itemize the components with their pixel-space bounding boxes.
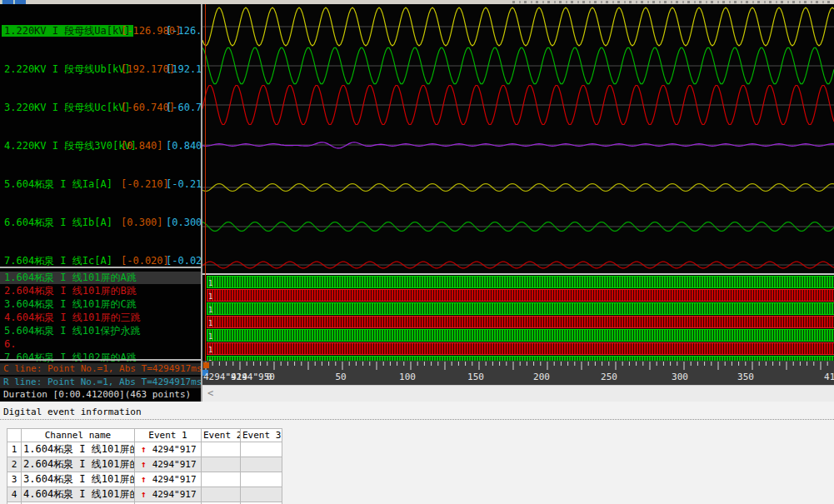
event-2-cell (202, 442, 241, 457)
analog-channel-row[interactable]: 3.220KV I 段母线Uc[kV][-60.740][-60.740] (0, 102, 201, 113)
digital-event-table: Channel name Event 1 Event 2 Event 3 11.… (7, 428, 282, 504)
rising-edge-arrow-icon: ↑ (141, 459, 147, 470)
axis-ms-label: 50 (335, 372, 346, 382)
digital-event-panel: Digital event information Channel name E… (0, 402, 834, 504)
rising-edge-arrow-icon: ↑ (141, 444, 147, 455)
analog-channel-row[interactable]: 5.604柘泉 I 线Ia[A][-0.210][-0.210] (0, 178, 201, 190)
event-row-index: 4 (7, 487, 22, 502)
waveform-canvas (202, 4, 834, 273)
digital-state-bar: 1 (207, 329, 834, 342)
rising-edge-arrow-icon: ↑ (141, 489, 147, 500)
analog-channel-row[interactable]: 7.604柘泉 I 线Ic[A][-0.020][-0.020] (0, 255, 201, 267)
rising-edge-arrow-icon: ↑ (141, 474, 147, 485)
analog-channel-row[interactable]: 6.604柘泉 I 线Ib[A][0.300][0.300] (0, 217, 201, 228)
analog-channel-name[interactable]: 2.220KV I 段母线Ub[kV] (4, 63, 131, 75)
axis-ms-label: 350 (737, 372, 754, 382)
analog-channel-row[interactable]: 2.220KV I 段母线Ub[kV][192.170][192.170] (0, 63, 201, 75)
digital-state-value: 1 (207, 306, 212, 314)
event-1-cell: ↑4294"917 ms (135, 442, 202, 457)
channel-value-c-cursor: [-126.980] (121, 25, 162, 37)
channel-value-r-cursor: [-0.020] (166, 255, 201, 267)
event-section-title: Digital event information (3, 407, 142, 417)
event-row-index: 3 (7, 472, 22, 487)
event-time: 4294"917 ms (152, 459, 202, 470)
analog-channel-name[interactable]: 1.220KV I 段母线Ua[kV] (2, 25, 133, 37)
axis-ms-label: 300 (672, 372, 688, 382)
channel-value-c-cursor: [192.170] (121, 63, 162, 75)
channel-value-c-cursor: [-0.210] (121, 178, 162, 190)
event-channel-name: 2.604柘泉 I 线101屏的B跳 (22, 457, 135, 472)
event-channel-name: 4.604柘泉 I 线101屏的三跳 (22, 487, 135, 502)
axis-ms-label: 100 (399, 372, 416, 382)
channel-value-c-cursor: [-60.740] (121, 102, 162, 113)
channel-value-c-cursor: [-0.020] (121, 255, 162, 267)
event-channel-name: 1.604柘泉 I 线101屏的A跳 (22, 442, 135, 457)
digital-state-value: 1 (207, 332, 212, 341)
digital-state-bar: 1 (207, 316, 834, 328)
analog-channel-name[interactable]: 6.604柘泉 I 线Ib[A] (4, 217, 112, 228)
axis-ms-label: 412 (824, 372, 834, 382)
event-3-cell (241, 487, 282, 502)
event-1-cell: ↑4294"917 ms (135, 457, 202, 472)
analog-waveform-plot[interactable] (202, 4, 834, 273)
event-table-row[interactable]: 22.604柘泉 I 线101屏的B跳↑4294"917 ms (7, 457, 282, 472)
digital-state-bar: 1 (207, 276, 834, 288)
digital-channel-row[interactable]: 4.604柘泉 I 线101屏的三跳 (0, 312, 201, 324)
event-2-cell (202, 487, 241, 502)
channel-value-c-cursor: [0.300] (121, 217, 162, 228)
event-3-cell (241, 457, 282, 472)
axis-ms-label: 250 (601, 372, 617, 382)
header-channel-name: Channel name (22, 429, 135, 442)
section-rule (0, 419, 834, 420)
panel-divider (0, 359, 201, 361)
event-table-row[interactable]: 44.604柘泉 I 线101屏的三跳↑4294"917 ms (7, 487, 282, 502)
event-table-row[interactable]: 33.604柘泉 I 线101屏的C跳↑4294"917 ms (7, 472, 282, 487)
digital-state-bar: 1 (207, 302, 834, 315)
digital-channel-row[interactable]: 2.604柘泉 I 线101屏的B跳 (0, 285, 201, 297)
event-3-cell (241, 472, 282, 487)
digital-state-bar: 1 (207, 342, 834, 355)
event-time: 4294"917 ms (152, 489, 202, 500)
digital-channel-row[interactable]: 3.604柘泉 I 线101屏的C跳 (0, 298, 201, 311)
digital-state-value: 1 (207, 346, 212, 354)
digital-channel-row[interactable]: 7.604柘泉 I 线102屏的A跳 (0, 352, 201, 364)
header-event-1: Event 1 (135, 429, 202, 442)
event-row-index: 1 (7, 442, 22, 457)
digital-waveform-plot[interactable]: 1111111 (202, 275, 834, 361)
channel-value-r-cursor: [0.300] (166, 217, 201, 228)
event-time: 4294"917 ms (152, 474, 202, 485)
channel-value-r-cursor: [-60.740] (166, 102, 201, 113)
analog-channel-name[interactable]: 3.220KV I 段母线Uc[kV] (4, 102, 131, 113)
event-2-cell (202, 457, 241, 472)
digital-state-value: 1 (207, 279, 212, 287)
digital-state-value: 1 (207, 292, 212, 301)
digital-state-bar: 1 (207, 289, 834, 302)
event-table-header-row: Channel name Event 1 Event 2 Event 3 (7, 429, 282, 442)
clipped-title-text (512, 1, 834, 3)
analog-channel-name[interactable]: 5.604柘泉 I 线Ia[A] (4, 178, 112, 190)
digital-channel-row[interactable]: 1.604柘泉 I 线101屏的A跳 (0, 272, 201, 284)
horizontal-scrollbar[interactable]: < (202, 385, 834, 402)
channel-list-panel: 1.220KV I 段母线Ua[kV][-126.980][-126.980]2… (0, 4, 201, 402)
duration-status: Duration [0:00.412000](463 points) (0, 389, 201, 401)
digital-channel-row[interactable]: 5.604柘泉 I 线101保护永跳 (0, 325, 201, 337)
analog-channel-name[interactable]: 4.220KV I 段母线3V0[kV] (4, 140, 137, 152)
event-row-index: 2 (7, 457, 22, 472)
c-cursor-handle[interactable] (203, 362, 209, 368)
event-time: 4294"917 ms (152, 444, 202, 455)
analog-channel-row[interactable]: 4.220KV I 段母线3V0[kV][0.840][0.840] (0, 140, 201, 152)
channel-value-r-cursor: [-126.980] (166, 25, 201, 37)
analog-channel-name[interactable]: 7.604柘泉 I 线Ic[A] (4, 255, 112, 267)
time-cursor-line[interactable] (205, 4, 206, 361)
channel-value-r-cursor: [0.840] (166, 140, 201, 152)
event-channel-name: 3.604柘泉 I 线101屏的C跳 (22, 472, 135, 487)
event-table-row[interactable]: 11.604柘泉 I 线101屏的A跳↑4294"917 ms (7, 442, 282, 457)
channel-value-r-cursor: [192.170] (166, 63, 201, 75)
r-cursor-status: R line: Point No.=1, Abs T=4294917ms, Re… (0, 377, 201, 388)
header-event-2: Event 2 (202, 429, 241, 442)
scroll-left-icon[interactable]: < (207, 387, 213, 399)
event-2-cell (202, 472, 241, 487)
analog-channel-row[interactable]: 1.220KV I 段母线Ua[kV][-126.980][-126.980] (0, 25, 201, 37)
channel-value-r-cursor: [-0.210] (166, 178, 201, 190)
digital-channel-row[interactable]: 6. (0, 338, 201, 351)
